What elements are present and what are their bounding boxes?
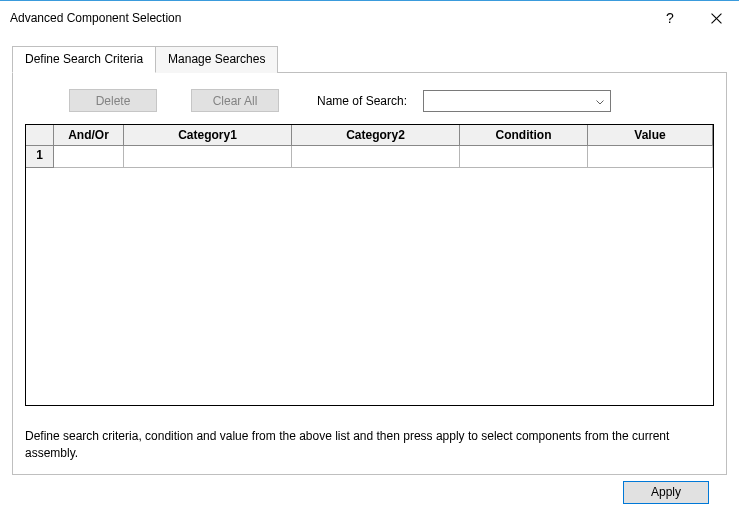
chevron-down-icon — [596, 94, 604, 108]
help-button[interactable]: ? — [647, 3, 693, 33]
grid-header: And/Or Category1 Category2 Condition Val… — [26, 125, 713, 146]
hint-text: Define search criteria, condition and va… — [25, 428, 714, 462]
name-of-search-combo[interactable] — [423, 90, 611, 112]
row-number-cell[interactable]: 1 — [26, 146, 54, 168]
col-header-category2[interactable]: Category2 — [292, 125, 460, 146]
col-header-andor[interactable]: And/Or — [54, 125, 124, 146]
clear-all-button[interactable]: Clear All — [191, 89, 279, 112]
tab-define-search[interactable]: Define Search Criteria — [12, 46, 156, 73]
footer: Apply — [12, 475, 727, 504]
name-of-search-label: Name of Search: — [317, 94, 407, 108]
cell-condition[interactable] — [460, 146, 588, 168]
table-row: 1 — [26, 146, 713, 168]
col-header-value[interactable]: Value — [588, 125, 713, 146]
col-header-category1[interactable]: Category1 — [124, 125, 292, 146]
cell-category1[interactable] — [124, 146, 292, 168]
criteria-grid: And/Or Category1 Category2 Condition Val… — [25, 124, 714, 406]
help-icon: ? — [666, 10, 674, 26]
toolbar: Delete Clear All Name of Search: — [25, 89, 714, 112]
content-area: Define Search Criteria Manage Searches D… — [0, 35, 739, 512]
tab-manage-searches[interactable]: Manage Searches — [155, 46, 278, 73]
apply-button[interactable]: Apply — [623, 481, 709, 504]
col-header-condition[interactable]: Condition — [460, 125, 588, 146]
close-icon — [711, 13, 722, 24]
window-title: Advanced Component Selection — [10, 11, 647, 25]
tab-strip: Define Search Criteria Manage Searches — [12, 45, 727, 72]
delete-button[interactable]: Delete — [69, 89, 157, 112]
tab-panel: Delete Clear All Name of Search: And/Or … — [12, 72, 727, 475]
cell-value[interactable] — [588, 146, 713, 168]
cell-andor[interactable] — [54, 146, 124, 168]
titlebar: Advanced Component Selection ? — [0, 1, 739, 35]
cell-category2[interactable] — [292, 146, 460, 168]
col-header-rownum — [26, 125, 54, 146]
close-button[interactable] — [693, 3, 739, 33]
